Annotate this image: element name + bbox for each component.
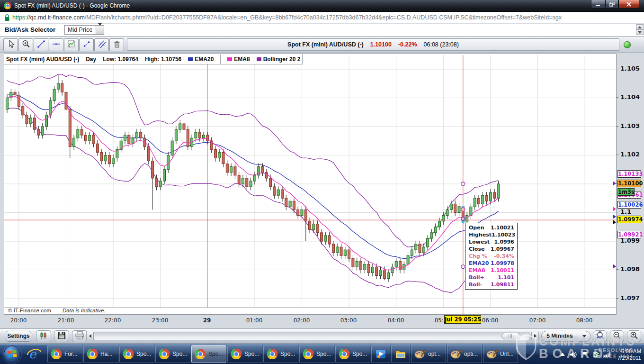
price-tick-label: 1.097 [620, 294, 640, 301]
chart-panel[interactable]: Spot FX (mini) AUD/USD (-)DayLow: 1.0976… [4, 54, 617, 315]
parallel-lines-tool-button[interactable] [94, 38, 109, 51]
price-tick-label: 1.104 [620, 93, 640, 100]
pointer-tool-icon [6, 39, 16, 51]
action-center-flag-icon[interactable] [581, 351, 588, 358]
save-button[interactable] [54, 330, 69, 342]
taskbar-button-for[interactable]: For... [47, 345, 82, 363]
hscroll-track[interactable] [94, 332, 529, 340]
paint-icon [450, 348, 462, 360]
taskbar-ie-button[interactable]: e [24, 345, 45, 363]
paint-icon [486, 348, 498, 360]
print-button[interactable] [72, 330, 87, 342]
minimize-button[interactable] [591, 0, 605, 9]
axis-marker-icon [613, 207, 616, 211]
taskbar-button-unt[interactable]: Unt... [483, 345, 518, 363]
time-tick-label: 29 [194, 317, 220, 324]
legend-period: Day [86, 56, 96, 63]
axis-marker-icon [613, 181, 616, 186]
zoom-in-button[interactable] [627, 330, 641, 342]
save-icon [57, 331, 66, 342]
time-tick-label: 23:00 [147, 317, 173, 324]
volume-icon[interactable] [570, 351, 577, 358]
hscroll-thumb[interactable] [501, 333, 520, 339]
taskbar: e For...Ha...Spo...Spo...Spo...Spo...Spo… [0, 344, 644, 364]
time-tick-label: 22:00 [99, 317, 126, 324]
zoom-in-icon [629, 331, 639, 342]
bollinger-upper-line [7, 74, 499, 247]
url-bar[interactable]: https://qc.md.it-finance.com/MDFlash/itc… [0, 12, 644, 23]
trendline-tool-button[interactable] [34, 38, 48, 51]
time-tick-label: 21:00 [53, 317, 79, 324]
print-icon [75, 331, 85, 342]
chart-legend: Spot FX (mini) AUD/USD (-)DayLow: 1.0976… [4, 54, 303, 64]
taskbar-button-spo[interactable]: Spo... [191, 345, 226, 363]
tooltip-row: EMA201.09978 [465, 260, 517, 267]
zoom-out-icon [612, 331, 622, 342]
taskbar-button-spo[interactable]: Spo... [155, 345, 190, 363]
taskbar-button-spo[interactable]: Spo... [263, 345, 298, 363]
delete-tool-button[interactable] [109, 38, 124, 51]
tooltip-row: Close1.09967 [465, 246, 517, 253]
network-signal-icon[interactable] [604, 351, 611, 357]
time-tick-label: 03:00 [335, 317, 362, 324]
interval-dropdown[interactable]: 5 Minutes [541, 331, 590, 342]
taskbar-button-spo[interactable]: Spo... [119, 345, 154, 363]
taskbar-button-spo[interactable]: Spo... [227, 345, 262, 363]
zoom-tool-button[interactable] [18, 38, 33, 51]
connection-status-icon [624, 41, 631, 48]
chrome-favicon-icon [4, 2, 11, 11]
price-axis: 1.1051.1041.1031.1021.1011.11.0991.0981.… [617, 54, 644, 315]
candlestick-chart[interactable] [4, 54, 616, 314]
crosshair-marker [461, 182, 465, 186]
chrome-icon [123, 348, 134, 360]
safely-remove-icon[interactable] [592, 351, 599, 358]
interval-arrow-icon[interactable] [582, 335, 586, 337]
chart-style-button[interactable] [36, 330, 51, 342]
axis-value-box: 1.10133 [617, 170, 641, 178]
trendline-tool-icon [36, 39, 46, 51]
axis-value-box: 1.10026 [617, 201, 641, 209]
restore-button[interactable] [605, 0, 618, 9]
crosshair-marker [461, 217, 465, 221]
instrument-name: Spot FX (mini) AUD/USD (-) [287, 41, 364, 48]
taskbar-button-ha[interactable]: Ha... [83, 345, 118, 363]
zoom-fit-button[interactable] [593, 330, 607, 342]
time-tick-label: 02:00 [288, 317, 315, 324]
hscroll-left-icon[interactable] [86, 332, 94, 340]
time-tick-label: 01:00 [241, 317, 268, 324]
pointer-tool-button[interactable] [3, 38, 18, 51]
taskbar-button-wmp[interactable] [371, 345, 390, 363]
start-button[interactable] [4, 346, 21, 363]
parallel-lines-tool-icon [97, 39, 107, 51]
url-text[interactable]: https://qc.md.it-finance.com/MDFlash/itc… [12, 14, 562, 21]
taskbar-button-spo[interactable]: Spo... [335, 345, 370, 363]
live-time: 06:08 (23:08) [424, 41, 459, 48]
taskbar-button-folder[interactable] [391, 345, 410, 363]
taskbar-clock[interactable]: 6:08 AM7/29/2011 [617, 348, 641, 361]
segment-tool-button[interactable] [79, 38, 94, 51]
price-tick-label: 1.103 [620, 122, 640, 129]
zoom-out-button[interactable] [610, 330, 624, 342]
settings-button[interactable]: Settings [6, 331, 31, 342]
delete-tool-icon [112, 39, 122, 51]
scroll-down-icon[interactable] [636, 29, 644, 35]
select-arrow-icon[interactable] [96, 26, 104, 34]
horizontal-line-tool-button[interactable] [49, 38, 63, 51]
taskbar-button-spo[interactable]: Spo... [299, 345, 334, 363]
legend-day-low: Low: 1.09764 [103, 56, 138, 63]
bidask-row: Bid/Ask Selector Mid Price [0, 24, 644, 36]
time-tick-label: 20:00 [5, 317, 32, 324]
legend-series-bollinger-20-2: Bollinger 20 2 [257, 56, 301, 63]
page-scrollbar[interactable] [636, 24, 644, 36]
time-axis: 20:0021:0022:0023:002901:0002:0003:0004:… [4, 315, 644, 327]
indicator-tool-button[interactable] [64, 38, 79, 51]
taskbar-button-opti[interactable]: opti... [447, 345, 482, 363]
tray-expand-icon[interactable] [560, 352, 565, 357]
taskbar-button-opt[interactable]: opt... [411, 345, 446, 363]
selected-candle-mark [462, 221, 465, 223]
hscroll-right-icon[interactable] [531, 332, 539, 340]
bidask-select[interactable]: Mid Price [64, 25, 104, 35]
bidask-label: Bid/Ask Selector [5, 26, 55, 33]
chrome-icon [195, 348, 206, 360]
close-button[interactable] [618, 0, 639, 9]
